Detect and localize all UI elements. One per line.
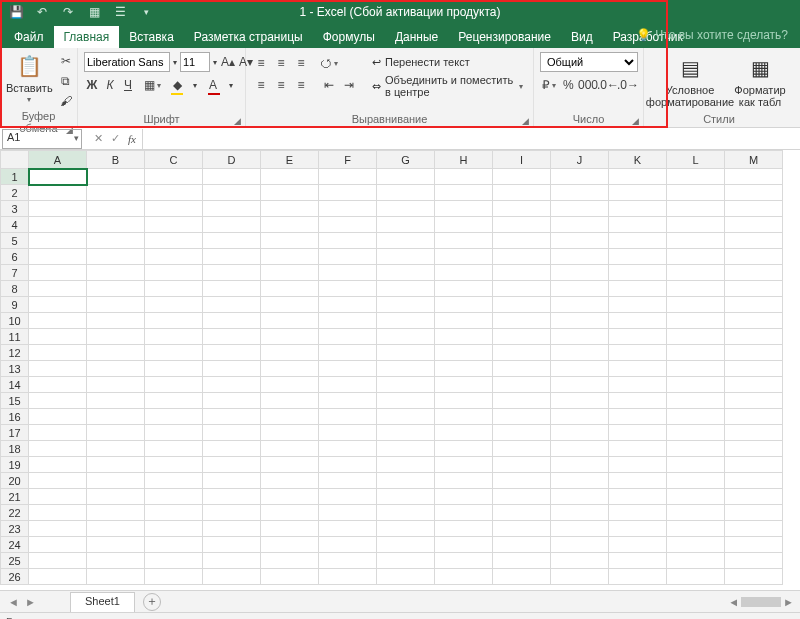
cell[interactable] xyxy=(725,201,783,217)
cell[interactable] xyxy=(203,313,261,329)
cell[interactable] xyxy=(29,553,87,569)
cell[interactable] xyxy=(29,521,87,537)
cell[interactable] xyxy=(261,313,319,329)
cell[interactable] xyxy=(203,505,261,521)
cell[interactable] xyxy=(609,233,667,249)
cell[interactable] xyxy=(667,233,725,249)
tab-view[interactable]: Вид xyxy=(561,26,603,48)
cell[interactable] xyxy=(435,537,493,553)
cell[interactable] xyxy=(377,185,435,201)
cell[interactable] xyxy=(203,201,261,217)
row-header[interactable]: 19 xyxy=(1,457,29,473)
cell[interactable] xyxy=(319,457,377,473)
column-header[interactable]: K xyxy=(609,151,667,169)
cell[interactable] xyxy=(377,377,435,393)
cell[interactable] xyxy=(493,201,551,217)
cell[interactable] xyxy=(261,185,319,201)
align-center-icon[interactable]: ≡ xyxy=(272,76,290,94)
font-color-icon[interactable]: A xyxy=(205,76,221,94)
cell[interactable] xyxy=(609,537,667,553)
orientation-icon[interactable]: ⭯ xyxy=(320,54,338,72)
cell[interactable] xyxy=(609,473,667,489)
tab-data[interactable]: Данные xyxy=(385,26,448,48)
cell[interactable] xyxy=(145,169,203,185)
cell[interactable] xyxy=(377,249,435,265)
cell[interactable] xyxy=(435,505,493,521)
redo-icon[interactable]: ↷ xyxy=(60,4,76,20)
cell[interactable] xyxy=(261,505,319,521)
cell[interactable] xyxy=(725,297,783,313)
column-header[interactable]: M xyxy=(725,151,783,169)
undo-icon[interactable]: ↶ xyxy=(34,4,50,20)
row-header[interactable]: 9 xyxy=(1,297,29,313)
cell[interactable] xyxy=(725,393,783,409)
cell[interactable] xyxy=(377,329,435,345)
cell[interactable] xyxy=(609,361,667,377)
cell[interactable] xyxy=(435,473,493,489)
cell[interactable] xyxy=(261,393,319,409)
cell[interactable] xyxy=(725,457,783,473)
cell[interactable] xyxy=(493,521,551,537)
row-header[interactable]: 24 xyxy=(1,537,29,553)
cell[interactable] xyxy=(87,313,145,329)
cell[interactable] xyxy=(29,313,87,329)
cell[interactable] xyxy=(261,217,319,233)
borders-icon[interactable]: ▦ xyxy=(144,76,162,94)
cell[interactable] xyxy=(725,233,783,249)
select-all-corner[interactable] xyxy=(1,151,29,169)
cell[interactable] xyxy=(261,473,319,489)
cell[interactable] xyxy=(493,169,551,185)
cell[interactable] xyxy=(493,281,551,297)
cell[interactable] xyxy=(725,345,783,361)
cell[interactable] xyxy=(377,537,435,553)
cell[interactable] xyxy=(29,377,87,393)
cell[interactable] xyxy=(87,329,145,345)
cell[interactable] xyxy=(319,185,377,201)
cell[interactable] xyxy=(551,281,609,297)
cell[interactable] xyxy=(435,265,493,281)
cell[interactable] xyxy=(145,409,203,425)
cell[interactable] xyxy=(29,505,87,521)
cell[interactable] xyxy=(609,377,667,393)
cell[interactable] xyxy=(377,201,435,217)
cell[interactable] xyxy=(551,537,609,553)
cell[interactable] xyxy=(203,457,261,473)
cell[interactable] xyxy=(319,201,377,217)
cell[interactable] xyxy=(87,409,145,425)
cell[interactable] xyxy=(261,249,319,265)
cell[interactable] xyxy=(145,313,203,329)
cell[interactable] xyxy=(609,345,667,361)
cell[interactable] xyxy=(377,297,435,313)
cell[interactable] xyxy=(551,489,609,505)
cell[interactable] xyxy=(667,345,725,361)
cell[interactable] xyxy=(377,393,435,409)
cell[interactable] xyxy=(551,217,609,233)
bold-button[interactable]: Ж xyxy=(84,76,100,94)
column-header[interactable]: A xyxy=(29,151,87,169)
cell[interactable] xyxy=(435,441,493,457)
touch-mode-icon[interactable]: ☰ xyxy=(112,4,128,20)
column-header[interactable]: L xyxy=(667,151,725,169)
cell[interactable] xyxy=(667,201,725,217)
cell[interactable] xyxy=(29,345,87,361)
cell[interactable] xyxy=(145,505,203,521)
cell[interactable] xyxy=(29,457,87,473)
cell[interactable] xyxy=(493,473,551,489)
cell[interactable] xyxy=(435,281,493,297)
column-header[interactable]: G xyxy=(377,151,435,169)
cell[interactable] xyxy=(551,425,609,441)
cell[interactable] xyxy=(493,249,551,265)
scroll-right-icon[interactable]: ► xyxy=(783,596,794,608)
cell[interactable] xyxy=(725,329,783,345)
cell[interactable] xyxy=(377,409,435,425)
cell[interactable] xyxy=(261,441,319,457)
cell[interactable] xyxy=(725,537,783,553)
cell[interactable] xyxy=(667,569,725,585)
fill-color-icon[interactable]: ◆ xyxy=(169,76,185,94)
cell[interactable] xyxy=(261,537,319,553)
row-header[interactable]: 23 xyxy=(1,521,29,537)
cell[interactable] xyxy=(203,345,261,361)
cell[interactable] xyxy=(609,185,667,201)
name-box[interactable]: A1 ▾ xyxy=(2,129,82,149)
cell[interactable] xyxy=(493,489,551,505)
